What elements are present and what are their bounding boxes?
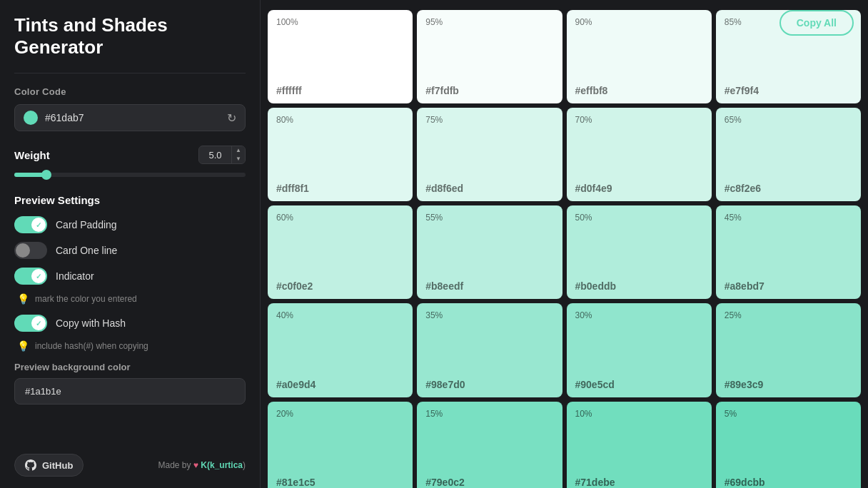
card-one-line-label: Card One line — [56, 245, 117, 256]
toggle-track-hash — [14, 315, 47, 332]
color-card[interactable]: 25%#89e3c9 — [716, 303, 861, 397]
card-one-line-toggle[interactable] — [14, 242, 47, 259]
toggle-knob-indicator — [31, 269, 46, 283]
color-percent: 5% — [725, 409, 737, 419]
color-card[interactable]: 75%#d8f6ed — [417, 108, 562, 201]
toggle-track-indicator — [14, 268, 47, 285]
indicator-hint: mark the color you entered — [35, 294, 137, 304]
color-percent: 15% — [425, 409, 443, 419]
app-title: Tints and Shades Generator — [14, 14, 246, 59]
card-padding-label: Card Padding — [56, 219, 117, 230]
color-card[interactable]: 80%#dff8f1 — [268, 108, 413, 201]
color-percent: 50% — [575, 213, 592, 223]
color-percent: 60% — [276, 213, 293, 223]
weight-arrows: ▲ ▼ — [231, 146, 245, 163]
color-card[interactable]: 35%#98e7d0 — [417, 303, 562, 397]
copy-with-hash-toggle[interactable] — [14, 315, 47, 332]
github-label: GitHub — [42, 460, 73, 471]
color-percent: 95% — [425, 17, 443, 27]
made-by: Made by ♥ K(k_urtica) — [158, 460, 246, 470]
copy-hash-hint-row: 💡 include hash(#) when copying — [14, 340, 246, 352]
color-card[interactable]: 20%#81e1c5 — [268, 402, 413, 489]
color-hex: #90e5cd — [575, 379, 703, 390]
color-percent: 90% — [575, 17, 592, 27]
color-grid: 100%#ffffff95%#f7fdfb90%#effbf885%#e7f9f… — [268, 7, 861, 488]
weight-up-button[interactable]: ▲ — [232, 146, 245, 155]
color-percent: 65% — [725, 115, 742, 125]
color-card[interactable]: 70%#d0f4e9 — [567, 108, 712, 201]
color-percent: 10% — [575, 409, 592, 419]
color-card[interactable]: 15%#79e0c2 — [417, 402, 562, 489]
weight-input[interactable] — [199, 147, 231, 163]
toggle-knob-off — [16, 243, 30, 258]
indicator-hint-row: 💡 mark the color you entered — [14, 293, 246, 305]
color-card[interactable]: 100%#ffffff — [268, 10, 413, 103]
color-card[interactable]: 30%#90e5cd — [567, 303, 712, 397]
color-hex: #f7fdfb — [425, 85, 553, 96]
weight-label: Weight — [14, 149, 50, 161]
color-hex: #69dcbb — [725, 477, 852, 488]
sidebar-footer: GitHub Made by ♥ K(k_urtica) — [14, 442, 246, 477]
color-hex: #d0f4e9 — [575, 183, 703, 194]
indicator-label: Indicator — [56, 270, 94, 282]
color-hex: #c0f0e2 — [276, 280, 404, 292]
color-percent: 25% — [725, 310, 742, 320]
card-one-line-row: Card One line — [14, 242, 246, 259]
color-percent: 35% — [425, 310, 443, 320]
color-percent: 100% — [276, 17, 298, 27]
color-hex: #c8f2e6 — [725, 183, 852, 194]
color-hex: #e7f9f4 — [725, 85, 852, 96]
copy-with-hash-hint: include hash(#) when copying — [35, 341, 148, 351]
color-card[interactable]: 10%#71debe — [567, 402, 712, 489]
color-percent: 70% — [575, 115, 592, 125]
weight-section: Weight ▲ ▼ — [14, 146, 246, 180]
main-content: 100%#ffffff95%#f7fdfb90%#effbf885%#e7f9f… — [261, 0, 868, 488]
color-hex: #a0e9d4 — [276, 379, 404, 390]
color-card[interactable]: 90%#effbf8 — [567, 10, 712, 103]
color-percent: 85% — [725, 17, 742, 27]
color-percent: 30% — [575, 310, 592, 320]
weight-stepper: ▲ ▼ — [198, 146, 246, 164]
color-card[interactable]: 50%#b0eddb — [567, 205, 712, 299]
color-percent: 40% — [276, 310, 293, 320]
weight-header: Weight ▲ ▼ — [14, 146, 246, 164]
preview-settings-title: Preview Settings — [14, 194, 246, 206]
weight-slider[interactable] — [14, 173, 246, 177]
color-hex: #effbf8 — [575, 85, 703, 96]
toggle-track — [14, 216, 47, 233]
divider — [14, 73, 246, 73]
weight-down-button[interactable]: ▼ — [232, 155, 245, 163]
refresh-button[interactable]: ↻ — [227, 111, 236, 125]
color-card[interactable]: 55%#b8eedf — [417, 205, 562, 299]
indicator-toggle[interactable] — [14, 268, 47, 285]
slider-thumb[interactable] — [41, 170, 51, 180]
copy-all-button[interactable]: Copy All — [779, 10, 854, 36]
color-dot — [24, 111, 38, 125]
color-card[interactable]: 45%#a8ebd7 — [716, 205, 861, 299]
github-icon — [25, 459, 36, 471]
color-hex: #71debe — [575, 477, 703, 488]
indicator-row: Indicator — [14, 268, 246, 285]
color-card[interactable]: 5%#69dcbb — [716, 402, 861, 489]
color-hex: #98e7d0 — [425, 379, 553, 390]
github-button[interactable]: GitHub — [14, 454, 84, 477]
toggle-knob-hash — [31, 316, 46, 330]
color-card[interactable]: 40%#a0e9d4 — [268, 303, 413, 397]
color-hex: #ffffff — [276, 85, 404, 96]
bulb-icon: 💡 — [17, 293, 29, 305]
bulb-icon-2: 💡 — [17, 340, 29, 352]
color-hex: #b8eedf — [425, 280, 553, 292]
color-percent: 80% — [276, 115, 293, 125]
preview-bg-label: Preview background color — [14, 362, 246, 372]
color-hex: #b0eddb — [575, 280, 703, 292]
color-input[interactable] — [45, 112, 220, 123]
card-padding-toggle[interactable] — [14, 216, 47, 233]
color-card[interactable]: 95%#f7fdfb — [417, 10, 562, 103]
color-hex: #d8f6ed — [425, 183, 553, 194]
preview-bg-input[interactable] — [14, 378, 246, 405]
color-code-label: Color Code — [14, 86, 246, 97]
color-hex: #79e0c2 — [425, 477, 553, 488]
color-card[interactable]: 60%#c0f0e2 — [268, 205, 413, 299]
color-card[interactable]: 65%#c8f2e6 — [716, 108, 861, 201]
copy-with-hash-label: Copy with Hash — [56, 317, 126, 329]
